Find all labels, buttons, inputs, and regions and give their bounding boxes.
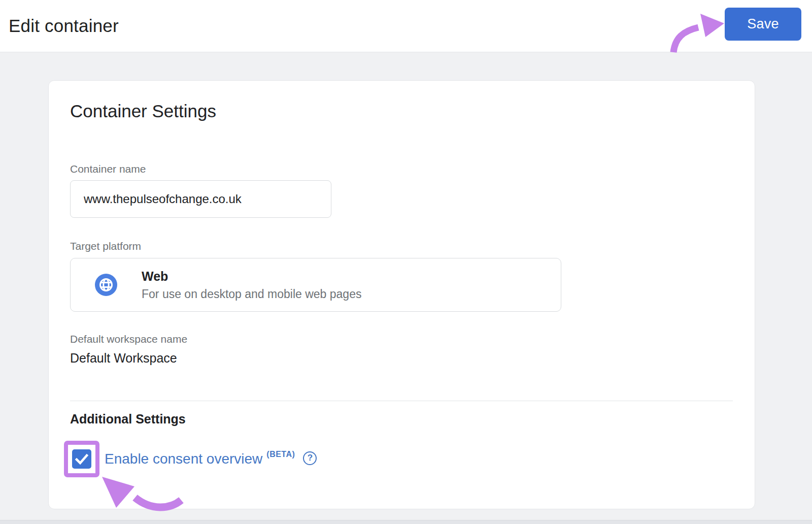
checkbox-highlight-annotation [64,441,99,477]
platform-option-web[interactable]: Web For use on desktop and mobile web pa… [70,258,561,312]
container-settings-card: Container Settings Container name Target… [48,80,755,509]
default-workspace-label: Default workspace name [70,333,187,345]
gtm-edit-container-screen: Edit container Save Container Settings C… [0,0,812,524]
target-platform-label: Target platform [70,240,141,252]
default-workspace-value: Default Workspace [70,351,177,366]
section-divider [70,401,733,401]
globe-icon [95,274,117,296]
container-name-label: Container name [70,163,146,175]
card-title: Container Settings [70,101,216,121]
help-icon[interactable]: ? [303,451,317,465]
platform-description: For use on desktop and mobile web pages [142,287,361,301]
window-bottom-edge [0,520,812,524]
additional-settings-title: Additional Settings [70,412,186,427]
consent-overview-checkbox[interactable] [72,449,91,469]
platform-name: Web [142,269,361,284]
container-name-input[interactable] [70,180,331,218]
beta-badge: (BETA) [266,450,295,459]
top-bar: Edit container Save [0,0,812,52]
checkmark-icon [72,449,91,469]
enable-consent-overview-link[interactable]: Enable consent overview [105,451,262,467]
save-button[interactable]: Save [725,8,801,41]
platform-text: Web For use on desktop and mobile web pa… [142,269,361,301]
page-title: Edit container [9,16,119,36]
consent-overview-row: Enable consent overview (BETA) ? [105,447,317,471]
